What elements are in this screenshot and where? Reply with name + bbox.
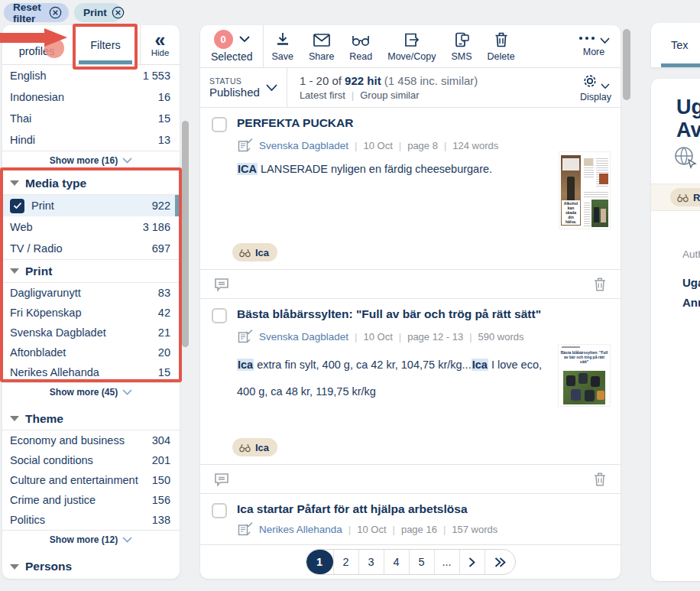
article-snippet: ICA LANSERADE nyligen en färdig cheesebu… [237,161,558,177]
article-item-2[interactable]: Bästa blåbärssylten: "Full av bär och tr… [200,298,621,464]
separator: | [355,331,357,343]
results-summary: 1 - 20 of 922 hit (1 458 inc. similar) L… [287,68,490,107]
annotation-arrow [0,33,44,43]
article-page: page 8 [407,140,438,151]
show-more-print[interactable]: Show more (45) [2,383,180,401]
article-title[interactable]: Bästa blåbärssylten: "Full av bär och tr… [237,307,610,321]
article-item-3[interactable]: Ica startar Påfart för att hjälpa arbets… [200,493,621,544]
facet-row-thai[interactable]: Thai 15 [2,108,180,129]
sort-latest-first[interactable]: Latest first [300,89,345,101]
article-title[interactable]: PERFEKTA PUCKAR [237,116,610,130]
hide-label: Hide [151,48,170,57]
facet-row-hindi[interactable]: Hindi 13 [2,129,180,151]
separator: | [469,331,472,343]
sidebar-scrollbar[interactable] [182,121,189,347]
article-actions-row [200,269,621,298]
profile-tag-ica[interactable]: Ica [232,243,277,261]
article-thumbnail[interactable]: Alkohol kan skada din hälsa. [559,152,610,229]
article-page: page 16 [401,524,437,535]
chevron-down-icon [122,157,132,164]
newspaper-check-icon [237,521,253,537]
facet-row-indonesian[interactable]: Indonesian 16 [2,86,180,108]
trash-icon[interactable] [591,276,608,293]
facet-row-politics[interactable]: Politics 138 [2,510,180,530]
comment-icon[interactable] [212,275,231,294]
facet-label: Thai [10,112,31,125]
facet-label: Economy and business [10,434,125,446]
close-icon[interactable] [112,6,125,19]
facet-label: Politics [10,514,45,526]
close-icon[interactable] [49,6,62,19]
gear-icon [582,73,598,89]
article-checkbox[interactable] [212,503,227,518]
chevron-right-icon [468,557,475,567]
profile-tag[interactable]: Re [670,188,700,206]
article-checkbox[interactable] [212,308,227,323]
results-hit-count: 922 hit [345,74,381,87]
article-source-link[interactable]: Svenska Dagbladet [259,331,348,343]
facet-label: Hindi [10,134,35,146]
active-tab-indicator [661,63,700,67]
save-button[interactable]: Save [264,25,301,67]
display-settings-button[interactable]: Display [572,68,621,107]
page-button-2[interactable]: 2 [333,550,358,574]
download-icon [274,31,292,49]
more-button[interactable]: More [570,25,621,67]
section-header-theme[interactable]: Theme [2,408,180,430]
facet-count: 138 [152,514,170,526]
page-ellipsis[interactable]: ... [434,550,459,574]
page-button-5[interactable]: 5 [409,550,434,574]
article-snippet: Ica extra fin sylt, 400 g, ca 42 kr, 104… [237,352,558,405]
move-copy-button[interactable]: Move/Copy [380,25,443,67]
page-button-3[interactable]: 3 [358,550,384,574]
thumbnail-ad-photo: Alkohol kan skada din hälsa. [561,155,581,226]
status-label: STATUS [209,76,260,86]
status-value: Published [209,86,260,99]
next-page-button[interactable] [459,550,484,574]
chevron-down-icon [122,537,132,543]
preview-tab-label: Tex [671,39,689,51]
page-button-1[interactable]: 1 [306,550,333,574]
article-title[interactable]: Ica startar Påfart för att hjälpa arbets… [237,502,610,516]
article-item-1[interactable]: PERFEKTA PUCKAR Svenska Dagbladet | 10 O… [200,107,621,269]
article-source-link[interactable]: Nerikes Allehanda [259,524,342,535]
facet-row-crime[interactable]: Crime and justice 156 [2,490,180,510]
read-button[interactable]: Read [342,25,380,67]
article-checkbox[interactable] [212,117,227,132]
facet-row-economy[interactable]: Economy and business 304 [2,430,180,450]
page-button-4[interactable]: 4 [384,550,409,574]
thumbnail-caption: Bästa blåbärssylten: "Full av bär och tr… [560,350,608,364]
globe-link-icon[interactable] [673,145,698,170]
selected-dropdown[interactable]: 0 Selected [200,25,264,67]
facet-row-social[interactable]: Social conditions 201 [2,450,180,470]
filter-chip-print[interactable]: Print [74,3,122,22]
trash-icon[interactable] [591,471,608,488]
delete-button[interactable]: Delete [480,25,523,67]
section-header-persons[interactable]: Persons [2,555,180,578]
article-source-link[interactable]: Svenska Dagbladet [259,140,348,151]
comment-icon[interactable] [212,470,231,489]
preview-tab-text[interactable]: Tex [651,23,700,67]
article-date: 10 Oct [363,331,392,343]
media-monitoring-app: Reset filter Print Search profiles Filte… [0,0,700,591]
profile-tag-ica[interactable]: Ica [232,438,277,456]
tag-label: Ica [255,247,269,258]
share-button[interactable]: Share [301,25,342,67]
status-dropdown[interactable]: STATUS Published [200,68,287,107]
results-panel: 0 Selected Save Share [200,25,621,579]
show-more-theme[interactable]: Show more (12) [2,531,180,549]
annotation-box-media-type [0,167,182,382]
results-scrollbar[interactable] [623,29,630,100]
sms-button[interactable]: SMS [443,25,479,67]
separator: | [399,140,401,151]
article-thumbnail[interactable]: Bästa blåbärssylten: "Full av bär och tr… [559,345,610,406]
group-similar-toggle[interactable]: Group similar [360,89,419,101]
filter-chip-reset[interactable]: Reset filter [4,3,69,22]
hide-sidebar-button[interactable]: « Hide [140,25,180,64]
pagination: 1 2 3 4 5 ... [306,549,516,575]
separator: | [393,524,395,535]
facet-label: Social conditions [10,454,93,466]
facet-row-culture[interactable]: Culture and entertainment 150 [2,470,180,490]
last-page-button[interactable] [484,550,515,574]
article-meta: Svenska Dagbladet | 10 Oct | page 8 | 12… [237,138,610,153]
